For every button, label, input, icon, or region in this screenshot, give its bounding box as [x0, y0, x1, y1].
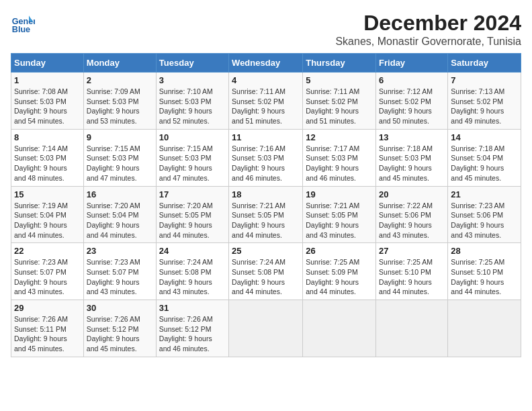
page-header: General Blue December 2024 Skanes, Monas… [11, 11, 521, 48]
calendar-cell [229, 300, 303, 357]
day-number: 4 [232, 75, 300, 85]
calendar-cell: 9Sunrise: 7:15 AM Sunset: 5:03 PM Daylig… [83, 129, 156, 186]
calendar-cell: 24Sunrise: 7:24 AM Sunset: 5:08 PM Dayli… [156, 243, 228, 300]
calendar-cell: 20Sunrise: 7:22 AM Sunset: 5:06 PM Dayli… [376, 186, 448, 243]
day-info: Sunrise: 7:08 AM Sunset: 5:03 PM Dayligh… [14, 87, 81, 126]
day-info: Sunrise: 7:17 AM Sunset: 5:03 PM Dayligh… [306, 144, 373, 183]
column-header-wednesday: Wednesday [229, 54, 303, 73]
day-info: Sunrise: 7:15 AM Sunset: 5:03 PM Dayligh… [87, 144, 153, 183]
day-info: Sunrise: 7:25 AM Sunset: 5:10 PM Dayligh… [451, 257, 518, 297]
day-info: Sunrise: 7:13 AM Sunset: 5:02 PM Dayligh… [451, 87, 518, 126]
day-number: 26 [306, 246, 373, 256]
calendar-cell: 1Sunrise: 7:08 AM Sunset: 5:03 PM Daylig… [11, 73, 84, 130]
page-title: December 2024 [335, 11, 521, 36]
day-number: 30 [87, 303, 153, 313]
day-number: 2 [87, 75, 153, 85]
day-info: Sunrise: 7:26 AM Sunset: 5:12 PM Dayligh… [87, 314, 153, 354]
calendar-cell: 28Sunrise: 7:25 AM Sunset: 5:10 PM Dayli… [448, 243, 521, 300]
day-info: Sunrise: 7:21 AM Sunset: 5:05 PM Dayligh… [232, 201, 300, 240]
calendar-week-3: 15Sunrise: 7:19 AM Sunset: 5:04 PM Dayli… [11, 186, 521, 243]
day-info: Sunrise: 7:24 AM Sunset: 5:08 PM Dayligh… [232, 257, 300, 297]
calendar-cell: 25Sunrise: 7:24 AM Sunset: 5:08 PM Dayli… [229, 243, 303, 300]
day-number: 3 [159, 75, 226, 85]
day-number: 8 [14, 132, 81, 142]
calendar-cell [303, 300, 376, 357]
day-info: Sunrise: 7:20 AM Sunset: 5:04 PM Dayligh… [87, 201, 153, 240]
calendar-cell: 27Sunrise: 7:25 AM Sunset: 5:10 PM Dayli… [376, 243, 448, 300]
calendar-table: SundayMondayTuesdayWednesdayThursdayFrid… [11, 53, 521, 357]
calendar-cell: 13Sunrise: 7:18 AM Sunset: 5:03 PM Dayli… [376, 129, 448, 186]
title-block: December 2024 Skanes, Monastir Governora… [335, 11, 521, 48]
day-info: Sunrise: 7:26 AM Sunset: 5:12 PM Dayligh… [159, 314, 226, 354]
day-info: Sunrise: 7:23 AM Sunset: 5:06 PM Dayligh… [451, 201, 518, 240]
calendar-cell: 4Sunrise: 7:11 AM Sunset: 5:02 PM Daylig… [229, 73, 303, 130]
calendar-cell [376, 300, 448, 357]
day-info: Sunrise: 7:18 AM Sunset: 5:04 PM Dayligh… [451, 144, 518, 183]
calendar-cell: 17Sunrise: 7:20 AM Sunset: 5:05 PM Dayli… [156, 186, 228, 243]
calendar-cell [448, 300, 521, 357]
day-number: 21 [451, 189, 518, 199]
day-number: 27 [379, 246, 445, 256]
calendar-cell: 21Sunrise: 7:23 AM Sunset: 5:06 PM Dayli… [448, 186, 521, 243]
day-info: Sunrise: 7:23 AM Sunset: 5:07 PM Dayligh… [87, 257, 153, 297]
day-number: 15 [14, 189, 81, 199]
day-number: 11 [232, 132, 300, 142]
page-subtitle: Skanes, Monastir Governorate, Tunisia [335, 36, 521, 48]
day-number: 10 [159, 132, 226, 142]
day-number: 31 [159, 303, 226, 313]
calendar-cell: 29Sunrise: 7:26 AM Sunset: 5:11 PM Dayli… [11, 300, 84, 357]
calendar-cell: 22Sunrise: 7:23 AM Sunset: 5:07 PM Dayli… [11, 243, 84, 300]
day-number: 19 [306, 189, 373, 199]
day-info: Sunrise: 7:19 AM Sunset: 5:04 PM Dayligh… [14, 201, 81, 240]
calendar-cell: 10Sunrise: 7:15 AM Sunset: 5:03 PM Dayli… [156, 129, 228, 186]
day-info: Sunrise: 7:14 AM Sunset: 5:03 PM Dayligh… [14, 144, 81, 183]
calendar-cell: 31Sunrise: 7:26 AM Sunset: 5:12 PM Dayli… [156, 300, 228, 357]
day-number: 17 [159, 189, 226, 199]
calendar-cell: 12Sunrise: 7:17 AM Sunset: 5:03 PM Dayli… [303, 129, 376, 186]
day-info: Sunrise: 7:26 AM Sunset: 5:11 PM Dayligh… [14, 314, 81, 354]
column-headers: SundayMondayTuesdayWednesdayThursdayFrid… [11, 54, 521, 73]
calendar-week-2: 8Sunrise: 7:14 AM Sunset: 5:03 PM Daylig… [11, 129, 521, 186]
column-header-tuesday: Tuesday [156, 54, 228, 73]
calendar-cell: 19Sunrise: 7:21 AM Sunset: 5:05 PM Dayli… [303, 186, 376, 243]
calendar-cell: 5Sunrise: 7:11 AM Sunset: 5:02 PM Daylig… [303, 73, 376, 130]
day-info: Sunrise: 7:21 AM Sunset: 5:05 PM Dayligh… [306, 201, 373, 240]
day-number: 16 [87, 189, 153, 199]
calendar-cell: 2Sunrise: 7:09 AM Sunset: 5:03 PM Daylig… [83, 73, 156, 130]
day-number: 7 [451, 75, 518, 85]
calendar-cell: 18Sunrise: 7:21 AM Sunset: 5:05 PM Dayli… [229, 186, 303, 243]
day-number: 9 [87, 132, 153, 142]
calendar-cell: 30Sunrise: 7:26 AM Sunset: 5:12 PM Dayli… [83, 300, 156, 357]
day-info: Sunrise: 7:18 AM Sunset: 5:03 PM Dayligh… [379, 144, 445, 183]
day-info: Sunrise: 7:09 AM Sunset: 5:03 PM Dayligh… [87, 87, 153, 126]
day-number: 5 [306, 75, 373, 85]
column-header-sunday: Sunday [11, 54, 84, 73]
calendar-week-5: 29Sunrise: 7:26 AM Sunset: 5:11 PM Dayli… [11, 300, 521, 357]
day-info: Sunrise: 7:24 AM Sunset: 5:08 PM Dayligh… [159, 257, 226, 297]
day-info: Sunrise: 7:25 AM Sunset: 5:09 PM Dayligh… [306, 257, 373, 297]
day-number: 28 [451, 246, 518, 256]
svg-text:Blue: Blue [12, 25, 30, 34]
column-header-friday: Friday [376, 54, 448, 73]
calendar-week-4: 22Sunrise: 7:23 AM Sunset: 5:07 PM Dayli… [11, 243, 521, 300]
calendar-cell: 26Sunrise: 7:25 AM Sunset: 5:09 PM Dayli… [303, 243, 376, 300]
day-info: Sunrise: 7:12 AM Sunset: 5:02 PM Dayligh… [379, 87, 445, 126]
day-info: Sunrise: 7:22 AM Sunset: 5:06 PM Dayligh… [379, 201, 445, 240]
column-header-saturday: Saturday [448, 54, 521, 73]
day-info: Sunrise: 7:10 AM Sunset: 5:03 PM Dayligh… [159, 87, 226, 126]
calendar-cell: 15Sunrise: 7:19 AM Sunset: 5:04 PM Dayli… [11, 186, 84, 243]
day-number: 22 [14, 246, 81, 256]
calendar-cell: 16Sunrise: 7:20 AM Sunset: 5:04 PM Dayli… [83, 186, 156, 243]
calendar-week-1: 1Sunrise: 7:08 AM Sunset: 5:03 PM Daylig… [11, 73, 521, 130]
column-header-thursday: Thursday [303, 54, 376, 73]
day-number: 13 [379, 132, 445, 142]
calendar-cell: 6Sunrise: 7:12 AM Sunset: 5:02 PM Daylig… [376, 73, 448, 130]
logo-icon: General Blue [11, 11, 35, 35]
day-info: Sunrise: 7:11 AM Sunset: 5:02 PM Dayligh… [232, 87, 300, 126]
day-info: Sunrise: 7:25 AM Sunset: 5:10 PM Dayligh… [379, 257, 445, 297]
calendar-cell: 14Sunrise: 7:18 AM Sunset: 5:04 PM Dayli… [448, 129, 521, 186]
day-number: 29 [14, 303, 81, 313]
logo: General Blue [11, 11, 35, 35]
calendar-cell: 8Sunrise: 7:14 AM Sunset: 5:03 PM Daylig… [11, 129, 84, 186]
day-number: 1 [14, 75, 81, 85]
